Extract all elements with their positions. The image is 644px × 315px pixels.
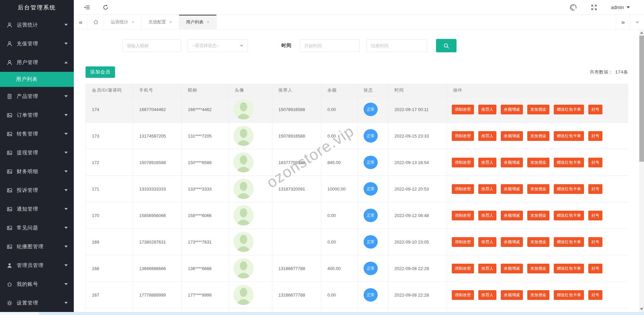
action-button-4[interactable]: 赠送红包卡券	[554, 264, 584, 273]
action-button-5[interactable]: 封号	[588, 237, 602, 247]
action-button-5[interactable]: 封号	[588, 290, 602, 300]
action-button-1[interactable]: 推荐人	[478, 105, 496, 114]
action-button-3[interactable]: 发放佣金	[527, 158, 549, 167]
home-tab[interactable]	[88, 15, 104, 29]
status-badge[interactable]: 正常	[364, 129, 378, 143]
action-button-1[interactable]: 推荐人	[478, 211, 496, 220]
action-button-1[interactable]: 推荐人	[478, 237, 496, 247]
start-time-input[interactable]	[300, 39, 360, 52]
action-button-4[interactable]: 赠送红包卡券	[554, 237, 584, 247]
action-button-0[interactable]: 强制改密	[452, 184, 474, 194]
action-button-0[interactable]: 强制改密	[452, 264, 474, 273]
action-button-2[interactable]: 余额增减	[501, 237, 523, 247]
sidebar-item-1[interactable]: 充值管理	[0, 34, 74, 53]
close-icon[interactable]: ×	[169, 19, 172, 25]
sidebar-subitem-2-0[interactable]: 用户列表	[0, 72, 74, 87]
sidebar-item-8[interactable]: 投诉管理	[0, 181, 74, 200]
action-button-1[interactable]: 推荐人	[478, 290, 496, 300]
vertical-scrollbar[interactable]	[639, 30, 644, 312]
action-button-5[interactable]: 封号	[588, 105, 602, 114]
action-button-3[interactable]: 发放佣金	[527, 290, 549, 300]
sidebar-item-2[interactable]: 用户管理	[0, 53, 74, 72]
cell-avatar	[229, 308, 272, 311]
status-badge[interactable]: 正常	[364, 156, 378, 169]
tabs-scroll-right-button[interactable]: »	[616, 15, 630, 29]
action-button-1[interactable]: 推荐人	[478, 264, 496, 273]
add-member-button[interactable]: 添加会员	[86, 66, 115, 78]
action-button-0[interactable]: 强制改密	[452, 237, 474, 247]
action-button-0[interactable]: 强制改密	[452, 290, 474, 300]
action-button-3[interactable]: 发放佣金	[527, 211, 549, 220]
action-button-1[interactable]: 推荐人	[478, 158, 496, 167]
end-time-input[interactable]	[367, 39, 427, 52]
action-button-4[interactable]: 赠送红包卡券	[554, 105, 584, 114]
vertical-scrollbar-thumb[interactable]	[639, 36, 644, 162]
action-button-3[interactable]: 发放佣金	[527, 264, 549, 273]
action-button-5[interactable]: 封号	[588, 211, 602, 220]
status-badge[interactable]: 正常	[364, 182, 378, 196]
horizontal-scrollbar[interactable]	[0, 312, 644, 315]
status-badge[interactable]: 正常	[364, 235, 378, 249]
close-icon[interactable]: ×	[207, 19, 209, 25]
tabs-scroll-left-button[interactable]: «	[74, 15, 88, 29]
refresh-icon[interactable]	[103, 4, 109, 10]
tab-2[interactable]: 用户列表×	[179, 15, 217, 29]
horizontal-scrollbar-thumb[interactable]	[0, 312, 39, 315]
sidebar-item-10[interactable]: 常见问题	[0, 218, 74, 237]
action-button-3[interactable]: 发放佣金	[527, 237, 549, 247]
action-button-2[interactable]: 余额增减	[501, 290, 523, 300]
action-button-0[interactable]: 强制改密	[452, 105, 474, 114]
sidebar-item-4[interactable]: 订单管理	[0, 106, 74, 124]
action-button-5[interactable]: 封号	[588, 184, 602, 194]
tab-1[interactable]: 充值配置×	[142, 15, 179, 29]
status-badge[interactable]: 正常	[364, 103, 378, 116]
action-button-2[interactable]: 余额增减	[501, 264, 523, 273]
action-button-1[interactable]: 推荐人	[478, 131, 496, 141]
scroll-down-arrow-icon[interactable]	[640, 308, 643, 310]
admin-dropdown[interactable]: admin	[611, 5, 630, 10]
action-button-4[interactable]: 赠送红包卡券	[554, 290, 584, 300]
status-select[interactable]: --请选择状态--	[187, 39, 248, 52]
action-button-0[interactable]: 强制改密	[452, 158, 474, 167]
sidebar-item-9[interactable]: 通知管理	[0, 200, 74, 218]
action-button-0[interactable]: 强制改密	[452, 131, 474, 141]
status-badge[interactable]: 正常	[364, 209, 378, 222]
action-button-4[interactable]: 赠送红包卡券	[554, 131, 584, 141]
sidebar-item-11[interactable]: 轮播图管理	[0, 237, 74, 256]
sidebar-item-0[interactable]: 运营统计	[0, 15, 74, 34]
sidebar-item-6[interactable]: 提现管理	[0, 143, 74, 162]
tabs-menu-button[interactable]	[630, 15, 644, 29]
search-button[interactable]	[436, 39, 457, 52]
action-button-3[interactable]: 发放佣金	[527, 184, 549, 194]
close-icon[interactable]: ×	[131, 19, 134, 25]
sidebar-item-7[interactable]: 财务明细	[0, 162, 74, 181]
action-button-2[interactable]: 余额增减	[501, 105, 523, 114]
sidebar-item-3[interactable]: 产品管理	[0, 87, 74, 106]
action-button-4[interactable]: 赠送红包卡券	[554, 184, 584, 194]
action-button-2[interactable]: 余额增减	[501, 184, 523, 194]
action-button-5[interactable]: 封号	[588, 158, 602, 167]
fullscreen-icon[interactable]	[591, 4, 597, 10]
action-button-0[interactable]: 强制改密	[452, 211, 474, 220]
sidebar-item-5[interactable]: 转售管理	[0, 124, 74, 143]
status-badge[interactable]: 正常	[364, 288, 378, 302]
sidebar-item-12[interactable]: 管理员管理	[0, 256, 74, 275]
action-button-4[interactable]: 赠送红包卡券	[554, 211, 584, 220]
theme-palette-icon[interactable]	[570, 4, 577, 11]
action-button-3[interactable]: 发放佣金	[527, 131, 549, 141]
action-button-2[interactable]: 余额增减	[501, 211, 523, 220]
action-button-5[interactable]: 封号	[588, 131, 602, 141]
menu-fold-icon[interactable]	[84, 4, 90, 10]
action-button-4[interactable]: 赠送红包卡券	[554, 158, 584, 167]
status-badge[interactable]: 正常	[364, 262, 378, 275]
action-button-2[interactable]: 余额增减	[501, 131, 523, 141]
action-button-2[interactable]: 余额增减	[501, 158, 523, 167]
tab-0[interactable]: 运营统计×	[104, 15, 142, 29]
sidebar-item-14[interactable]: 设置管理	[0, 294, 74, 312]
action-button-1[interactable]: 推荐人	[478, 184, 496, 194]
sidebar-item-13[interactable]: 我的账号	[0, 275, 74, 294]
action-button-5[interactable]: 封号	[588, 264, 602, 273]
action-button-3[interactable]: 发放佣金	[527, 105, 549, 114]
nickname-input[interactable]	[122, 39, 181, 52]
scroll-up-arrow-icon[interactable]	[640, 32, 643, 34]
